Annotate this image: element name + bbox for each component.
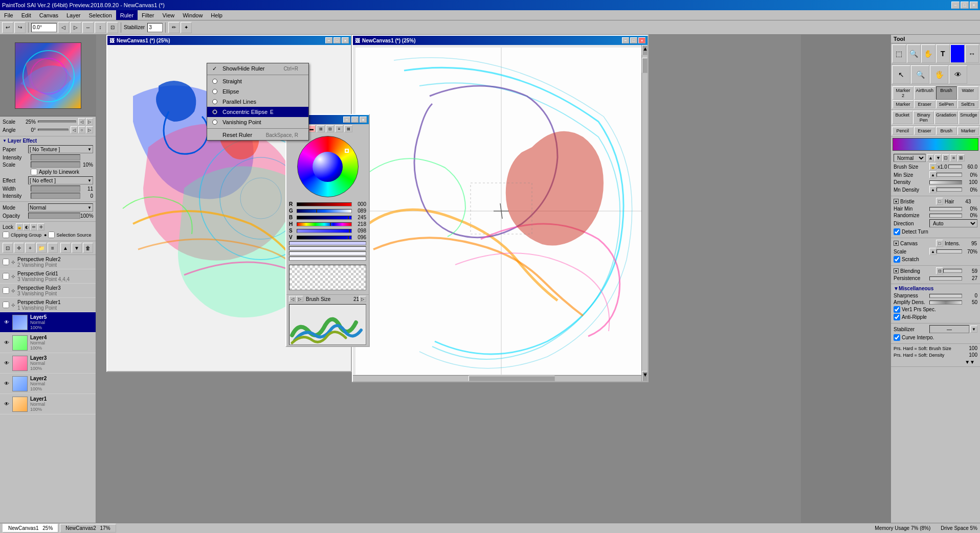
angle-decrease[interactable]: ◁ xyxy=(71,126,78,133)
brush-mode-btn-5[interactable]: ⊠ xyxy=(957,154,965,161)
menu-view[interactable]: View xyxy=(159,10,179,20)
brush-mode-btn-1[interactable]: ▲ xyxy=(927,154,934,161)
toolbar-rotate-left[interactable]: ◁ xyxy=(58,22,69,33)
layer-item-2[interactable]: 👁 Layer2 Normal 100% xyxy=(0,374,96,394)
canvas-close-2[interactable]: × xyxy=(638,37,645,43)
persistence-slider[interactable] xyxy=(929,276,962,281)
color-wheel[interactable] xyxy=(297,136,359,197)
toolbar-star[interactable]: ✦ xyxy=(181,22,192,33)
scrollbar-down[interactable]: ▼ xyxy=(642,371,648,381)
min-size-slider[interactable] xyxy=(937,173,962,177)
blending-icon[interactable]: ⊡ xyxy=(936,267,943,274)
layer-delete[interactable]: 🗑 xyxy=(83,243,93,253)
ruler-menu-reset[interactable]: Reset Ruler BackSpace, R xyxy=(207,130,308,140)
toolbar-reset[interactable]: ⊡ xyxy=(107,22,118,33)
brush-size-inc[interactable]: ▷ xyxy=(359,296,366,302)
layer-eye-1[interactable]: 👁 xyxy=(3,400,11,408)
canvas-close-1[interactable]: × xyxy=(342,37,349,43)
intensity2-slider[interactable] xyxy=(31,193,80,199)
tool-select-rect[interactable]: ⬚ xyxy=(892,44,906,63)
menu-canvas[interactable]: Canvas xyxy=(35,10,62,20)
tool-marker2[interactable]: Marker 2 xyxy=(893,86,914,100)
canvas-minimize-2[interactable]: − xyxy=(622,37,629,43)
tool-color-swatch[interactable] xyxy=(950,44,965,63)
tool-sellers[interactable]: SelErs xyxy=(957,100,978,108)
menu-filter[interactable]: Filter xyxy=(138,10,158,20)
add-layer[interactable]: + xyxy=(25,243,35,253)
tool-brush[interactable]: Brush xyxy=(936,86,957,100)
g-slider[interactable] xyxy=(297,209,352,213)
ver1-prs-spec-checkbox[interactable] xyxy=(894,306,900,313)
tool-pencil[interactable]: Pencil xyxy=(892,127,914,135)
canvas-scale-lock[interactable]: ▲ xyxy=(929,248,937,255)
ruler-menu-show-hide[interactable]: Show/Hide Ruler Ctrl+R xyxy=(207,63,308,74)
blending-slider[interactable] xyxy=(943,269,962,273)
color-mode-6[interactable]: ≡ xyxy=(335,125,343,132)
randomize-slider[interactable] xyxy=(929,214,962,218)
close-button[interactable]: × xyxy=(970,2,978,9)
ruler-menu-concentric[interactable]: Concentric Ellipse E xyxy=(207,107,308,117)
move-tool[interactable]: ✛ xyxy=(14,243,24,253)
opacity-slider[interactable] xyxy=(28,213,80,219)
status-tab-canvas2[interactable]: NewCanvas2 17% xyxy=(60,524,116,532)
min-density-slider[interactable] xyxy=(937,188,962,192)
lock-opacity-btn[interactable]: ◐ xyxy=(23,223,30,230)
menu-layer[interactable]: Layer xyxy=(62,10,85,20)
density-slider[interactable] xyxy=(929,180,962,184)
brush-size-next[interactable]: ▷ xyxy=(296,296,303,302)
toolbar-flip-h[interactable]: ↔ xyxy=(82,22,94,33)
layer-eye-2[interactable]: 👁 xyxy=(3,380,11,388)
lock-pos-btn[interactable]: ✛ xyxy=(37,223,44,230)
b-slider[interactable] xyxy=(297,216,352,220)
layer-item-1[interactable]: 👁 Layer1 Normal 100% xyxy=(0,394,96,414)
tool-water[interactable]: Water xyxy=(957,86,978,100)
tool-marker[interactable]: Marker xyxy=(893,100,914,108)
tool-selpen[interactable]: SelPen xyxy=(936,100,957,108)
menu-help[interactable]: Help xyxy=(207,10,227,20)
tool-eraser[interactable]: Eraser xyxy=(914,100,935,108)
sharpness-slider[interactable] xyxy=(929,294,962,298)
brush-size-slider[interactable] xyxy=(948,165,962,169)
canvas-restore-2[interactable]: □ xyxy=(630,37,637,43)
curve-interpo-checkbox[interactable] xyxy=(894,334,900,341)
canvas-window-2[interactable]: 🖼 NewCanvas1 (*) (25%) − □ × xyxy=(352,35,649,382)
canvas-minimize-1[interactable]: − xyxy=(325,37,332,43)
angle-increase[interactable]: ▷ xyxy=(86,126,93,133)
canvas-scale-slider[interactable] xyxy=(937,249,962,253)
bristle-collapse[interactable]: ▼ xyxy=(894,199,899,204)
intensity-slider[interactable] xyxy=(31,154,80,160)
persp-ruler-3[interactable]: ⊹ Perspective Ruler33 Vanishing Point xyxy=(0,284,96,298)
tool-text[interactable]: T xyxy=(936,44,950,63)
tool-move-arrow[interactable]: ↖ xyxy=(892,65,910,84)
tool-eye[interactable]: 👁 xyxy=(949,65,967,84)
min-size-lock[interactable]: ▲ xyxy=(929,171,937,178)
lock-draw-btn[interactable]: ✏ xyxy=(30,223,37,230)
tool-zoom[interactable]: 🔍 xyxy=(907,44,921,63)
minimize-button[interactable]: − xyxy=(951,2,960,9)
v-slider[interactable] xyxy=(297,236,352,240)
toolbar-rotate-right[interactable]: ▷ xyxy=(70,22,81,33)
mode-select[interactable]: Normal ▼ xyxy=(28,203,93,212)
persp-grid-1[interactable]: ⊹ Perspective Grid13 Vanishing Point 4,4… xyxy=(0,269,96,284)
scale-slider[interactable] xyxy=(38,121,76,123)
color-win-btn-2[interactable]: □ xyxy=(351,117,359,123)
tool-bucket[interactable]: Bucket xyxy=(892,111,912,124)
anti-ripple-checkbox[interactable] xyxy=(894,314,900,320)
color-palette-area[interactable] xyxy=(289,265,366,290)
stabilizer-select[interactable]: — xyxy=(929,325,969,333)
scrollbar-up[interactable]: ▲ xyxy=(642,45,648,55)
toolbar-pen[interactable]: ✏ xyxy=(168,22,180,33)
tool-hand[interactable]: ✋ xyxy=(921,44,936,63)
stabilizer-input[interactable] xyxy=(147,23,163,32)
paper-select[interactable]: [ No Texture ] ▼ xyxy=(28,145,93,153)
transform-tool[interactable]: ⊡ xyxy=(3,243,13,253)
tool-eraser2[interactable]: Eraser xyxy=(914,127,936,135)
color-mode-4[interactable]: ⊞ xyxy=(317,125,325,132)
canvas-restore-1[interactable]: □ xyxy=(333,37,341,43)
tool-airbrush[interactable]: AirBrush xyxy=(914,86,935,100)
h-slider[interactable] xyxy=(297,222,352,226)
menu-window[interactable]: Window xyxy=(179,10,207,20)
brush-mode-select[interactable]: Normal Multiply Screen xyxy=(894,154,926,162)
layer-eye-3[interactable]: 👁 xyxy=(3,359,11,367)
toolbar-btn-1[interactable]: ↩ xyxy=(2,22,13,33)
